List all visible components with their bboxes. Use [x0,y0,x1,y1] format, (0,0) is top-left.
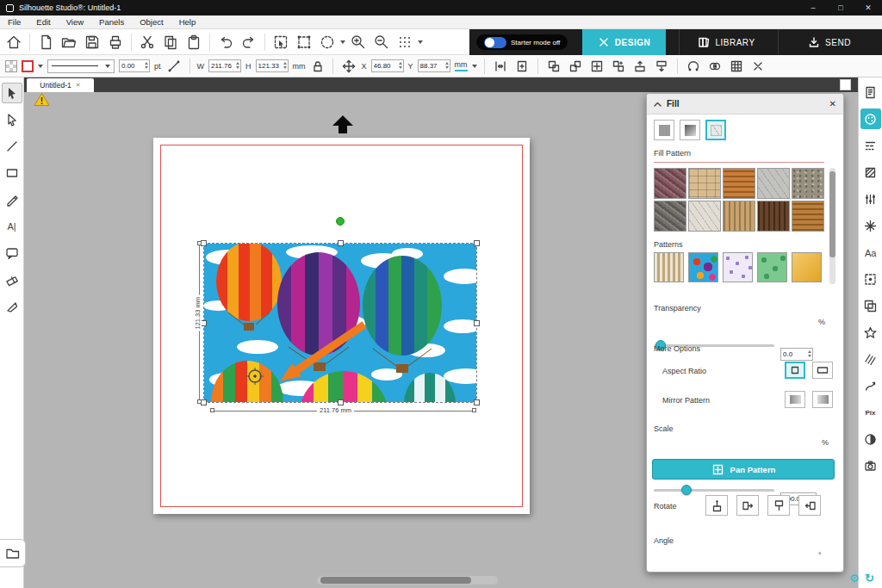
line-style-button[interactable] [860,135,881,156]
warning-icon[interactable]: ! [34,92,50,107]
rotate-left-button[interactable] [798,495,821,516]
offset-button[interactable] [860,295,881,316]
fill-panel-close-icon[interactable]: ✕ [829,99,836,108]
minimize-button[interactable]: – [799,0,827,15]
stroke-width-spinner[interactable] [145,62,148,69]
pattern-swatch[interactable] [792,252,822,282]
collapse-chevron-icon[interactable] [654,102,662,107]
texture-swatch[interactable] [723,168,755,199]
document-tab[interactable]: Untitled-1 ✕ [27,78,94,92]
width-field[interactable] [208,59,241,72]
texture-swatch[interactable] [792,168,824,199]
horizontal-scrollbar[interactable] [317,576,498,585]
fill-panel-button[interactable] [860,108,881,129]
mesh-button[interactable] [728,58,745,75]
effects-button[interactable] [860,215,881,236]
pan-pattern-button[interactable]: Pan Pattern [652,459,835,480]
texture-swatch[interactable] [688,201,721,232]
texture-swatch[interactable] [757,201,790,232]
tab-send[interactable]: SEND [778,29,880,55]
mirror-vertical-button[interactable] [812,391,833,408]
selection-handle-nw[interactable] [201,240,207,246]
note-tool[interactable] [2,243,22,263]
height-spinner[interactable] [283,62,287,69]
mirror-horizontal-button[interactable] [785,391,805,408]
fill-gradient-button[interactable] [680,120,700,140]
pattern-swatch[interactable] [757,252,787,282]
new-document-button[interactable] [35,32,56,53]
lock-aspect-icon[interactable] [310,58,326,75]
group-button[interactable] [610,58,627,75]
save-button[interactable] [82,32,102,53]
shade-button[interactable] [860,429,881,449]
fill-solid-button[interactable] [654,120,674,140]
texture-swatch[interactable] [688,168,721,199]
maximize-button[interactable]: □ [827,0,854,15]
move-up-layer-button[interactable] [631,58,649,75]
select-tools-caret[interactable] [340,40,345,44]
home-button[interactable] [3,32,24,53]
add-page-button[interactable] [513,58,531,75]
texture-swatch[interactable] [654,201,686,232]
open-button[interactable] [59,32,79,53]
line-color-caret[interactable] [38,65,43,68]
y-field[interactable] [418,59,450,72]
select-lasso-button[interactable] [317,32,338,53]
selection-handle-n[interactable] [338,240,344,246]
menu-object[interactable]: Object [132,15,171,29]
rotate-right-button[interactable] [736,495,759,516]
transparency-field[interactable] [780,348,813,361]
fill-pattern-panel-button[interactable] [860,162,881,183]
stroke-width-field[interactable] [119,59,150,72]
texture-swatch[interactable] [654,168,686,199]
simplify-button[interactable] [860,375,881,396]
selection-handle-sw[interactable] [201,399,207,405]
menu-file[interactable]: File [0,15,28,29]
width-spinner[interactable] [236,62,239,69]
tab-scroll-button[interactable] [840,79,851,90]
gear-icon[interactable]: ⚙ [849,572,860,585]
send-to-back-button[interactable] [567,58,584,75]
tab-design[interactable]: DESIGN [582,29,666,55]
starter-mode-pill[interactable]: Starter mode off [476,34,568,50]
select-points-button[interactable] [294,32,314,53]
selection-handle-s[interactable] [338,399,344,405]
distribute-button[interactable] [492,58,509,75]
zoom-out-button[interactable] [371,32,392,53]
y-spinner[interactable] [445,62,449,69]
clear-transform-button[interactable] [749,58,767,75]
move-down-layer-button[interactable] [653,58,670,75]
texture-swatch[interactable] [757,168,790,199]
selection-handle-e[interactable] [474,320,480,326]
zoom-tools-caret[interactable] [418,40,423,44]
pattern-scrollbar-thumb[interactable] [829,171,835,257]
scale-slider-track[interactable] [654,489,774,492]
point-edit-tool[interactable] [2,109,22,130]
aspect-ratio-stretch-button[interactable] [812,362,833,379]
tab-library[interactable]: LIBRARY [679,29,773,55]
move-icon[interactable] [340,58,357,75]
sync-icon[interactable]: ↻ [865,572,874,585]
redo-button[interactable] [239,32,259,53]
pixscan-button[interactable]: Pix [860,402,881,423]
eraser-tool[interactable] [2,269,22,290]
knife-tool[interactable] [2,296,22,317]
select-tool[interactable] [2,83,22,103]
select-rectangle-button[interactable] [270,32,291,53]
scale-slider-knob[interactable] [681,485,692,495]
aspect-ratio-keep-button[interactable] [785,362,805,379]
menu-help[interactable]: Help [171,15,204,29]
hatch-button[interactable] [860,349,881,369]
transparency-spinner[interactable] [808,350,811,357]
stipple-button[interactable] [860,322,881,343]
weld-button[interactable] [706,58,724,75]
copy-button[interactable] [160,32,181,53]
draw-tool[interactable] [2,189,22,210]
trace-button[interactable] [860,269,881,289]
starter-mode-toggle[interactable] [484,37,506,48]
menu-panels[interactable]: Panels [91,15,132,29]
fill-panel-header[interactable]: Fill ✕ [647,94,843,115]
line-segment-icon[interactable] [165,58,183,75]
bring-to-front-button[interactable] [545,58,562,75]
library-folder-button[interactable] [0,539,26,567]
